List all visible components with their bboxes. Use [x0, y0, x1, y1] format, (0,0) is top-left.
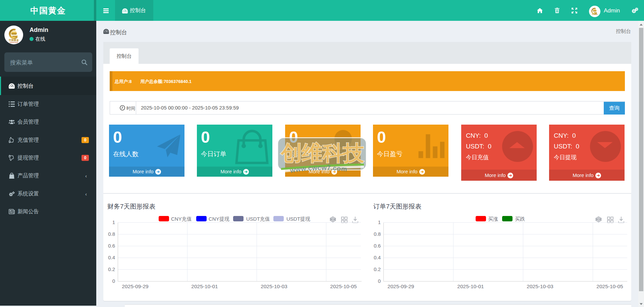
svg-text:0.8: 0.8: [108, 231, 115, 237]
svg-text:2025-10-03: 2025-10-03: [261, 283, 287, 289]
svg-text:2025-09-29: 2025-09-29: [122, 283, 148, 289]
svg-text:0.4: 0.4: [108, 255, 115, 260]
svg-text:2025-09-29: 2025-09-29: [387, 283, 414, 289]
svg-text:0.6: 0.6: [108, 243, 115, 249]
svg-text:0.8: 0.8: [374, 231, 381, 237]
svg-text:买跌: 买跌: [515, 216, 525, 222]
svg-text:2025-10-01: 2025-10-01: [457, 283, 484, 289]
svg-text:0.4: 0.4: [374, 255, 381, 260]
svg-text:2025-10-03: 2025-10-03: [527, 283, 553, 289]
svg-text:0: 0: [112, 278, 115, 284]
svg-text:1: 1: [112, 219, 115, 225]
svg-text:2025-10-05: 2025-10-05: [596, 283, 623, 289]
svg-text:中国黄金: 中国黄金: [592, 13, 598, 15]
svg-text:2025-10-05: 2025-10-05: [330, 283, 357, 289]
svg-text:USDT提现: USDT提现: [286, 216, 310, 222]
svg-text:CNY提现: CNY提现: [209, 216, 229, 222]
svg-text:China Gold: China Gold: [10, 42, 18, 43]
svg-text:0.2: 0.2: [374, 266, 381, 272]
svg-text:USDT充值: USDT充值: [246, 216, 270, 222]
svg-text:0.2: 0.2: [108, 266, 115, 272]
svg-text:1: 1: [378, 219, 381, 225]
svg-text:2025-10-01: 2025-10-01: [191, 283, 218, 289]
svg-text:中国黄金: 中国黄金: [9, 39, 19, 42]
svg-text:创维科技: 创维科技: [280, 141, 364, 165]
svg-text:订单7天图形报表: 订单7天图形报表: [373, 203, 422, 210]
svg-text:买涨: 买涨: [488, 216, 498, 222]
svg-text:0: 0: [378, 278, 381, 284]
svg-text:财务7天图形报表: 财务7天图形报表: [107, 203, 156, 210]
svg-text:0.6: 0.6: [374, 243, 381, 249]
svg-text:CNY充值: CNY充值: [171, 216, 192, 222]
